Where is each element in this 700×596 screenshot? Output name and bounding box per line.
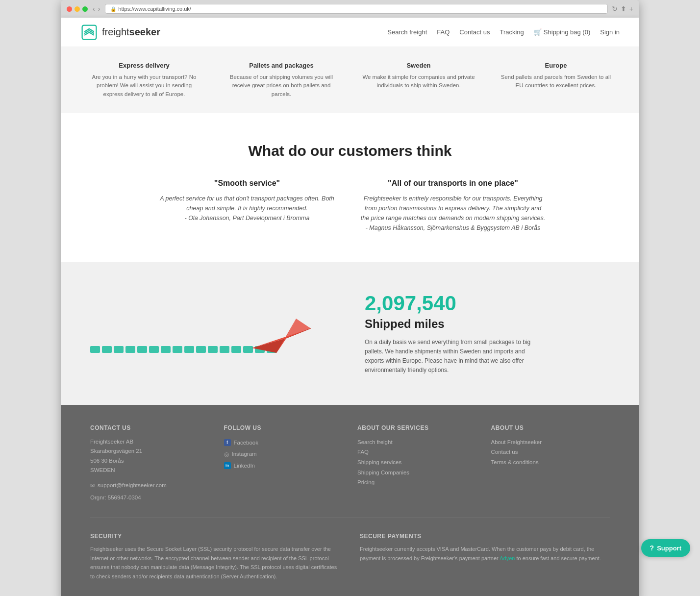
url-text: https://www.capitalliving.co.uk/	[118, 6, 191, 12]
feature-express-desc: Are you in a hurry with your transport? …	[88, 73, 200, 99]
feature-sweden: Sweden We make it simple for companies a…	[355, 62, 482, 99]
paper-plane-svg	[247, 309, 316, 358]
website-content: freightseeker Search freight FAQ Contact…	[61, 18, 639, 596]
footer-about-title: ABOUT US	[491, 424, 610, 431]
url-bar[interactable]: 🔒 https://www.capitalliving.co.uk/	[105, 4, 607, 14]
footer-security-title: SECURITY	[90, 533, 340, 540]
footer-security: SECURITY Freightseeker uses the Secure S…	[90, 533, 340, 581]
footer: CONTACT US Freightseeker AB Skaraborgsvä…	[61, 405, 639, 596]
shipping-bag-label: Shipping bag (0)	[544, 28, 590, 36]
bookmark-icon[interactable]: +	[629, 5, 633, 13]
logo-bold: seeker	[129, 26, 160, 37]
nav-signin[interactable]: Sign in	[600, 28, 620, 36]
testimonial-2-text: Freightseeker is entirely responsible fo…	[360, 194, 546, 233]
linkedin-label: LinkedIn	[234, 460, 255, 472]
nav-links: Search freight FAQ Contact us Tracking 🛒…	[387, 28, 620, 36]
logo-icon	[80, 24, 98, 41]
footer-follow-title: FOLLOW US	[224, 424, 343, 431]
lock-icon: 🔒	[110, 6, 116, 12]
footer-service-shipping[interactable]: Shipping services	[357, 457, 476, 468]
feature-sweden-title: Sweden	[362, 62, 475, 69]
payments-text-after: to ensure fast and secure payment.	[515, 555, 601, 561]
linkedin-icon: in	[224, 462, 231, 469]
dash	[161, 346, 171, 353]
footer-about-terms[interactable]: Terms & conditions	[491, 457, 610, 468]
nav-tracking[interactable]: Tracking	[500, 28, 524, 36]
testimonials-grid: "Smooth service" A perfect service for u…	[154, 179, 546, 233]
footer-address1: Skaraborgsvägen 21	[90, 447, 209, 456]
dash	[125, 346, 135, 353]
stats-desc: On a daily basis we send everything from…	[365, 338, 531, 375]
feature-europe-desc: Send pallets and parcels from Sweden to …	[500, 73, 612, 90]
footer-payments-text: Freightseeker currently accepts VISA and…	[360, 545, 610, 563]
dash	[184, 346, 194, 353]
dash	[90, 346, 100, 353]
testimonial-2-title: "All of our transports in one place"	[360, 179, 546, 188]
feature-pallets-title: Pallets and packages	[225, 62, 338, 69]
dash	[137, 346, 147, 353]
footer-facebook[interactable]: f Facebook	[224, 437, 343, 448]
dash	[102, 346, 112, 353]
testimonial-1-text: A perfect service for us that don't tran…	[154, 194, 340, 223]
footer-email[interactable]: support@freightseeker.com	[98, 480, 167, 491]
footer-payments-title: SECURE PAYMENTS	[360, 533, 610, 540]
footer-instagram[interactable]: ◎ Instagram	[224, 448, 343, 460]
maximize-button[interactable]	[82, 6, 88, 12]
testimonials-title: What do our customers think	[80, 143, 620, 159]
window-controls-bar: ‹ › 🔒 https://www.capitalliving.co.uk/ ↻…	[61, 0, 639, 18]
footer-address2: 506 30 Borås	[90, 456, 209, 466]
support-label: Support	[657, 545, 681, 552]
footer-payments: SECURE PAYMENTS Freightseeker currently …	[360, 533, 610, 581]
window-traffic-lights	[67, 6, 88, 12]
dash	[220, 346, 229, 353]
share-icon[interactable]: ⬆	[621, 5, 626, 13]
support-icon: ?	[650, 544, 654, 552]
testimonial-2: "All of our transports in one place" Fre…	[360, 179, 546, 233]
nav-shipping-bag[interactable]: 🛒 Shipping bag (0)	[534, 28, 590, 36]
feature-sweden-desc: We make it simple for companies and priv…	[362, 73, 475, 90]
forward-button[interactable]: ›	[97, 5, 101, 13]
dash	[231, 346, 241, 353]
adyen-link[interactable]: Adyen	[500, 555, 515, 561]
footer-about: ABOUT US About Freightseeker Contact us …	[491, 424, 610, 503]
browser-nav-buttons: ‹ ›	[92, 5, 101, 13]
feature-express: Express delivery Are you in a hurry with…	[80, 62, 208, 99]
cart-icon: 🛒	[534, 28, 542, 36]
reload-icon[interactable]: ↻	[612, 5, 618, 13]
svg-marker-4	[276, 319, 296, 353]
feature-pallets: Pallets and packages Because of our ship…	[218, 62, 345, 99]
footer-linkedin[interactable]: in LinkedIn	[224, 460, 343, 472]
support-button[interactable]: ? Support	[641, 539, 690, 557]
paper-plane	[247, 309, 316, 359]
dash	[114, 346, 124, 353]
footer-service-search[interactable]: Search freight	[357, 437, 476, 447]
logo[interactable]: freightseeker	[80, 24, 160, 41]
instagram-label: Instagram	[232, 448, 257, 460]
stats-text: 2,097,540 Shipped miles On a daily basis…	[365, 292, 610, 375]
back-button[interactable]: ‹	[92, 5, 96, 13]
footer-service-pricing[interactable]: Pricing	[357, 477, 476, 488]
stats-number: 2,097,540	[365, 292, 610, 315]
facebook-icon: f	[224, 439, 231, 446]
footer-services-title: ABOUT OUR SERVICES	[357, 424, 476, 431]
footer-service-companies[interactable]: Shipping Companies	[357, 468, 476, 478]
footer-contact-title: CONTACT US	[90, 424, 209, 431]
instagram-icon: ◎	[224, 448, 229, 460]
testimonial-1: "Smooth service" A perfect service for u…	[154, 179, 340, 233]
nav-faq[interactable]: FAQ	[437, 28, 450, 36]
nav-contact[interactable]: Contact us	[459, 28, 490, 36]
footer-about-contact[interactable]: Contact us	[491, 447, 610, 457]
minimize-button[interactable]	[75, 6, 80, 12]
feature-europe-title: Europe	[500, 62, 612, 69]
footer-bottom: SECURITY Freightseeker uses the Secure S…	[90, 533, 610, 581]
nav-search-freight[interactable]: Search freight	[387, 28, 427, 36]
footer-about-freightseeker[interactable]: About Freightseeker	[491, 437, 610, 447]
dash	[196, 346, 206, 353]
close-button[interactable]	[67, 6, 72, 12]
stats-label: Shipped miles	[365, 317, 610, 331]
footer-country: SWEDEN	[90, 466, 209, 475]
footer-security-text: Freightseeker uses the Secure Socket Lay…	[90, 545, 340, 581]
facebook-label: Facebook	[234, 437, 259, 448]
dash	[173, 346, 182, 353]
footer-service-faq[interactable]: FAQ	[357, 447, 476, 457]
